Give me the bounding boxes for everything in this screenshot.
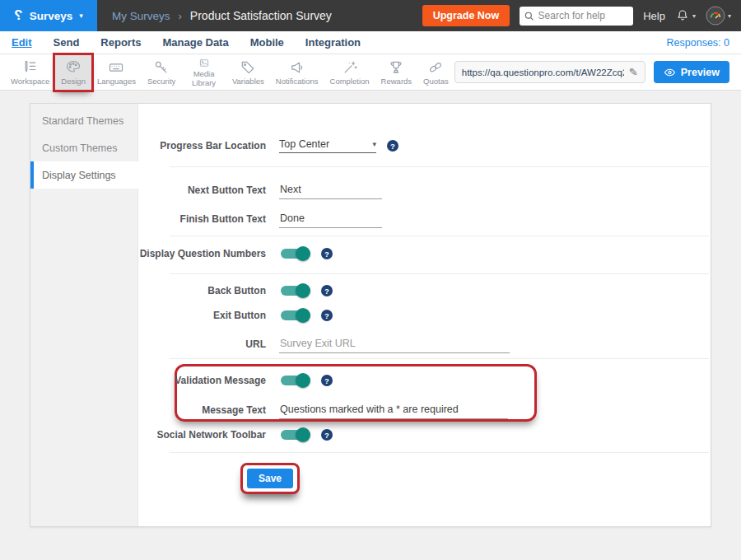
key-icon [153, 59, 170, 76]
divider [170, 236, 709, 236]
magic-wand-icon [342, 59, 358, 76]
validation-message-label: Validation Message [138, 375, 266, 386]
nav-send[interactable]: Send [54, 36, 80, 49]
design-toolbar: Workspace Design Languages Security Medi… [0, 54, 741, 91]
sidebar-item-standard-themes[interactable]: Standard Themes [30, 107, 137, 134]
chevron-down-icon: ▾ [372, 140, 376, 148]
message-text-input[interactable] [279, 402, 508, 419]
toolbar-variables[interactable]: Variables [226, 55, 270, 90]
chevron-down-icon: ▾ [728, 12, 731, 20]
help-search[interactable] [520, 7, 633, 26]
toolbar-design[interactable]: Design [55, 55, 91, 90]
back-button-toggle[interactable] [279, 282, 310, 299]
save-button[interactable]: Save [247, 469, 293, 488]
search-input[interactable] [538, 10, 629, 21]
progress-bar-location-select[interactable]: Top Center ▾ [279, 138, 376, 153]
divider [170, 452, 709, 453]
workspace-icon [22, 59, 39, 76]
social-network-toolbar-toggle[interactable] [279, 427, 310, 443]
chain-links-icon [427, 59, 444, 76]
toolbar-languages[interactable]: Languages [91, 55, 142, 90]
display-settings-panel: Standard Themes Custom Themes Display Se… [30, 103, 711, 527]
exit-url-input[interactable] [279, 336, 510, 353]
progress-bar-location-label: Progress Bar Location [138, 140, 266, 152]
breadcrumb-parent[interactable]: My Surveys [112, 10, 170, 22]
themes-sidebar: Standard Themes Custom Themes Display Se… [30, 104, 138, 526]
top-header: ? Surveys ▾ My Surveys › Product Satisfa… [0, 0, 741, 31]
survey-nav: Edit Send Reports Manage Data Mobile Int… [0, 31, 741, 54]
save-annotation-box: Save [240, 463, 300, 494]
breadcrumb-separator-icon: › [179, 10, 182, 22]
image-icon [196, 58, 212, 68]
finish-button-text-label: Finish Button Text [138, 213, 266, 225]
message-text-label: Message Text [138, 404, 266, 416]
nav-manage-data[interactable]: Manage Data [162, 36, 228, 49]
help-icon[interactable]: ? [321, 310, 333, 321]
divider [170, 358, 709, 359]
chevron-down-icon: ▾ [79, 12, 83, 20]
exit-button-label: Exit Button [138, 310, 266, 321]
message-text-row: Message Text [138, 400, 508, 420]
page-title: Product Satisfaction Survey [190, 9, 332, 22]
upgrade-now-button[interactable]: Upgrade Now [422, 5, 510, 26]
display-settings-form: Progress Bar Location Top Center ▾ ? Nex… [138, 104, 711, 526]
notifications-menu[interactable]: ▾ [675, 8, 696, 23]
sidebar-item-display-settings[interactable]: Display Settings [30, 161, 139, 189]
survey-url-text: https://qa.questionpro.com/t/AW22Zcq2J [462, 68, 624, 77]
help-icon[interactable]: ? [321, 375, 333, 386]
toolbar-media-library[interactable]: Media Library [181, 55, 226, 90]
toolbar-workspace[interactable]: Workspace [5, 55, 55, 90]
next-button-text-row: Next Button Text [138, 180, 382, 200]
eye-icon [664, 68, 676, 77]
validation-message-toggle[interactable] [279, 372, 310, 389]
next-button-text-input[interactable] [279, 182, 382, 199]
back-button-label: Back Button [138, 285, 266, 296]
toolbar-notifications[interactable]: Notifications [270, 55, 324, 90]
megaphone-icon [289, 59, 305, 76]
toolbar-security[interactable]: Security [142, 55, 181, 90]
preview-button[interactable]: Preview [654, 61, 729, 83]
help-link[interactable]: Help [643, 10, 665, 22]
social-network-toolbar-label: Social Network Toolbar [138, 429, 266, 441]
toolbar-rewards[interactable]: Rewards [375, 55, 418, 90]
finish-button-text-row: Finish Button Text [138, 209, 382, 229]
survey-url-field[interactable]: https://qa.questionpro.com/t/AW22Zcq2J ✎ [454, 61, 645, 83]
help-icon[interactable]: ? [321, 429, 333, 441]
responses-count[interactable]: Responses: 0 [667, 37, 729, 49]
nav-integration[interactable]: Integration [305, 36, 361, 49]
product-menu-label: Surveys [30, 10, 73, 22]
help-icon[interactable]: ? [321, 248, 333, 259]
sidebar-item-custom-themes[interactable]: Custom Themes [30, 134, 137, 161]
avatar [706, 6, 725, 26]
nav-edit[interactable]: Edit [12, 36, 32, 49]
validation-message-row: Validation Message ? [138, 371, 333, 390]
toolbar-completion[interactable]: Completion [324, 55, 375, 90]
edit-url-icon[interactable]: ✎ [629, 66, 638, 78]
search-icon [524, 11, 534, 21]
help-icon[interactable]: ? [387, 140, 398, 152]
exit-url-label: URL [138, 338, 266, 350]
finish-button-text-input[interactable] [279, 211, 382, 228]
progress-bar-location-row: Progress Bar Location Top Center ▾ ? [138, 136, 398, 156]
back-button-row: Back Button ? [138, 281, 333, 301]
account-menu[interactable]: ▾ [706, 6, 731, 26]
display-question-numbers-toggle[interactable] [279, 245, 310, 262]
toolbar-quotas[interactable]: Quotas [417, 55, 454, 90]
exit-button-row: Exit Button ? [138, 306, 333, 325]
exit-url-row: URL [138, 334, 510, 354]
nav-reports[interactable]: Reports [100, 36, 141, 49]
questionpro-logo-icon: ? [14, 7, 22, 24]
chevron-down-icon: ▾ [692, 12, 696, 20]
tag-icon [240, 59, 256, 76]
divider [170, 273, 709, 274]
display-question-numbers-row: Display Question Numbers ? [138, 244, 333, 264]
help-icon[interactable]: ? [321, 285, 333, 296]
breadcrumb: My Surveys › Product Satisfaction Survey [112, 9, 332, 22]
product-switcher[interactable]: ? Surveys ▾ [0, 0, 97, 31]
divider [170, 166, 709, 167]
nav-mobile[interactable]: Mobile [250, 36, 284, 49]
display-question-numbers-label: Display Question Numbers [138, 248, 266, 259]
exit-button-toggle[interactable] [279, 307, 310, 324]
social-network-toolbar-row: Social Network Toolbar ? [138, 425, 333, 445]
next-button-text-label: Next Button Text [138, 184, 266, 196]
